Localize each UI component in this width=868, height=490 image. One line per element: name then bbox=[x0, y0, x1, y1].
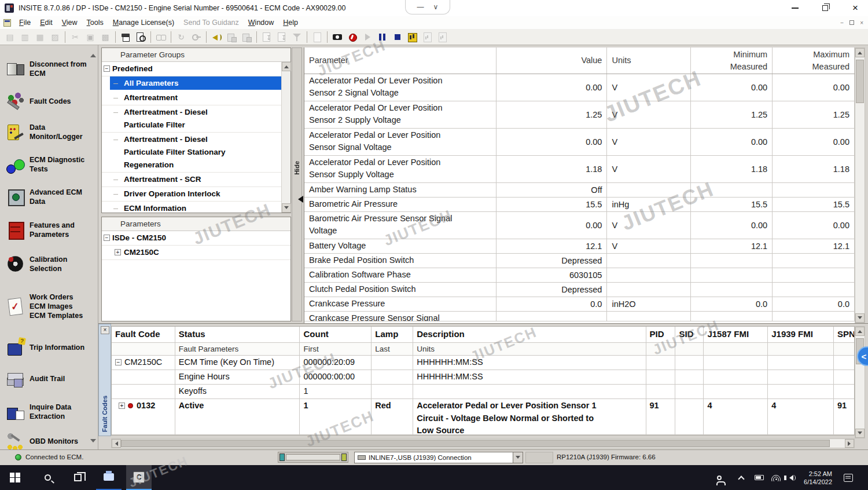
close-button[interactable]: × bbox=[843, 0, 868, 16]
sidebar-item-features-and-parameters[interactable]: Features andParameters bbox=[0, 213, 98, 247]
tree-item-all-parameters[interactable]: All Parameters bbox=[102, 76, 281, 91]
pill-minimize-icon[interactable]: — bbox=[417, 3, 424, 11]
expand-icon[interactable]: + bbox=[119, 403, 125, 409]
sidebar-item-fault-codes[interactable]: Fault Codes bbox=[0, 87, 98, 116]
column-header[interactable]: J1939 FMI bbox=[768, 327, 834, 342]
parameter-row[interactable]: Clutch Pedal Position SwitchDepressed bbox=[304, 283, 855, 297]
fault-codes-tab-label[interactable]: Fault Codes bbox=[101, 396, 108, 432]
scroll-thumb[interactable] bbox=[856, 60, 864, 103]
gallery-icon[interactable]: ▨ bbox=[48, 30, 62, 44]
sidebar-item-disconnect-from-ecm[interactable]: Disconnect fromECM bbox=[0, 51, 98, 87]
sidebar-scroll-down-icon[interactable] bbox=[90, 439, 96, 445]
parameter-row[interactable]: Brake Pedal Position SwitchDepressed bbox=[304, 254, 855, 268]
menu-tools[interactable]: Tools bbox=[82, 16, 108, 29]
sidebar-item-inquire-data-extraction[interactable]: Inquire DataExtraction bbox=[0, 394, 98, 430]
column-header[interactable]: PID bbox=[646, 327, 676, 342]
people-icon[interactable] bbox=[711, 465, 728, 490]
mdi-window-controls[interactable]: −× bbox=[840, 16, 863, 29]
tree-item-aftertreatment[interactable]: Aftertreatment bbox=[102, 91, 281, 105]
menu-manage-license-s[interactable]: Manage License(s) bbox=[108, 16, 179, 29]
column-header[interactable]: Fault Code bbox=[112, 327, 175, 342]
taskbar-insite-app[interactable] bbox=[126, 465, 152, 490]
scroll-left-icon[interactable] bbox=[112, 439, 121, 448]
column-header[interactable]: Lamp bbox=[372, 327, 413, 342]
sidebar-item-data-monitor-logger[interactable]: DataMonitor/Logger bbox=[0, 116, 98, 148]
pause-icon[interactable] bbox=[376, 30, 389, 44]
new-workspace-icon[interactable]: ▤ bbox=[3, 30, 17, 44]
pill-chevron-down-icon[interactable]: ∨ bbox=[433, 3, 439, 11]
copy-icon[interactable]: ▣ bbox=[83, 30, 97, 44]
minimize-button[interactable] bbox=[782, 0, 808, 16]
menu-send-to-guidanz[interactable]: Send To Guidanz bbox=[179, 16, 244, 29]
sidebar-item-audit-trail[interactable]: Audit Trail bbox=[0, 364, 98, 394]
tree-item-ecm-information[interactable]: ECM Information bbox=[102, 202, 281, 213]
menu-window[interactable]: Window bbox=[244, 16, 278, 29]
save-workspace-icon[interactable]: ▦ bbox=[33, 30, 47, 44]
menu-view[interactable]: View bbox=[57, 16, 82, 29]
column-header[interactable]: SID bbox=[675, 327, 704, 342]
scroll-down-icon[interactable] bbox=[855, 429, 865, 438]
device-add-icon[interactable] bbox=[225, 30, 238, 44]
close-panel-icon[interactable]: × bbox=[101, 326, 109, 334]
parameter-row[interactable]: Battery Voltage12.1V12.112.1 bbox=[304, 239, 855, 254]
menu-help[interactable]: Help bbox=[278, 16, 303, 29]
parameter-row[interactable]: Barometric Air Pressure Sensor SignalVol… bbox=[304, 212, 855, 239]
parameter-row[interactable]: Barometric Air Pressure15.5inHg15.515.5 bbox=[304, 198, 855, 212]
parameter-row[interactable]: Crankcase Pressure0.0inH2O0.00.0 bbox=[304, 297, 855, 312]
column-header[interactable]: Description bbox=[413, 327, 646, 342]
column-header[interactable]: Value bbox=[496, 47, 608, 74]
column-header[interactable]: J1587 FMI bbox=[704, 327, 768, 342]
parameter-table-scrollbar[interactable] bbox=[855, 47, 865, 323]
tray-chevron-up-icon[interactable] bbox=[734, 465, 749, 490]
column-header[interactable]: Status bbox=[175, 327, 300, 342]
tree-item-predefined[interactable]: −Predefined bbox=[102, 62, 281, 76]
restore-button[interactable] bbox=[812, 0, 838, 16]
blank-page-icon[interactable] bbox=[310, 30, 324, 44]
wifi-icon[interactable] bbox=[768, 465, 784, 490]
start-button[interactable] bbox=[2, 465, 28, 490]
search-button[interactable] bbox=[35, 465, 60, 490]
fault-row[interactable]: Engine Hours000000:00:00HHHHHH:MM:SS bbox=[112, 370, 854, 385]
fault-table-vscrollbar[interactable] bbox=[855, 326, 865, 438]
battery-icon[interactable] bbox=[751, 465, 767, 490]
cut-icon[interactable]: ✂ bbox=[68, 30, 82, 44]
sidebar-item-work-orders-ecm-images-ecm-templates[interactable]: Work OrdersECM ImagesECM Templates bbox=[0, 281, 98, 331]
paste-icon[interactable]: ▩ bbox=[98, 30, 112, 44]
menu-file[interactable]: File bbox=[14, 16, 35, 29]
fault-table-hscrollbar[interactable] bbox=[111, 438, 855, 448]
parameter-row[interactable]: Accelerator Pedal Or Lever PositionSenso… bbox=[304, 101, 855, 129]
open-workspace-icon[interactable]: ▥ bbox=[18, 30, 32, 44]
refresh-icon[interactable]: ↻ bbox=[174, 30, 188, 44]
column-header[interactable]: MinimumMeasured bbox=[691, 47, 773, 74]
menu-edit[interactable]: Edit bbox=[35, 16, 57, 29]
sidebar-scroll-up-icon[interactable] bbox=[90, 51, 96, 57]
parameter-groups-scrollbar[interactable] bbox=[281, 62, 290, 213]
parameter-row[interactable]: Accelerator Pedal or Lever PositionSenso… bbox=[304, 129, 855, 156]
play-icon[interactable] bbox=[361, 30, 374, 44]
volume-icon[interactable] bbox=[782, 465, 797, 490]
tree-item-cm2150c[interactable]: +CM2150C bbox=[102, 246, 290, 260]
collapse-icon[interactable]: − bbox=[104, 65, 110, 72]
print-preview-icon[interactable] bbox=[134, 30, 148, 44]
tree-item-aftertreatment-diesel-particulate-filter-stationary-regeneration[interactable]: Aftertreatment - DieselParticulate Filte… bbox=[102, 133, 281, 173]
chart-icon[interactable] bbox=[406, 30, 420, 44]
fault-row[interactable]: −CM2150CECM Time (Key On Time)000000:20:… bbox=[112, 356, 854, 370]
scroll-right-icon[interactable] bbox=[845, 439, 854, 448]
snap-pill[interactable]: —∨ bbox=[405, 0, 450, 14]
collapse-icon[interactable]: − bbox=[104, 235, 110, 241]
column-header[interactable]: MaximumMeasured bbox=[773, 47, 855, 74]
fault-row[interactable]: Keyoffs1 bbox=[112, 385, 854, 399]
parameter-row[interactable]: Crankcase Pressure Sensor Signal bbox=[304, 312, 855, 321]
scroll-down-icon[interactable] bbox=[282, 203, 291, 213]
connection-dropdown[interactable]: INLINE7-,USB (J1939) Connection bbox=[354, 452, 523, 463]
task-view-button[interactable] bbox=[65, 465, 90, 490]
parameter-row[interactable]: Calibration Software Phase6030105 bbox=[304, 268, 855, 283]
record-icon[interactable] bbox=[345, 30, 359, 44]
import-icon[interactable] bbox=[275, 30, 289, 44]
sidebar-item-ecm-diagnostic-tests[interactable]: ECM DiagnosticTests bbox=[0, 148, 98, 181]
filter-icon[interactable] bbox=[290, 30, 304, 44]
snapshot-doc-icon[interactable] bbox=[421, 30, 435, 44]
export-icon[interactable] bbox=[260, 30, 274, 44]
notification-center-icon[interactable] bbox=[837, 465, 860, 490]
expand-icon[interactable]: + bbox=[115, 249, 121, 255]
